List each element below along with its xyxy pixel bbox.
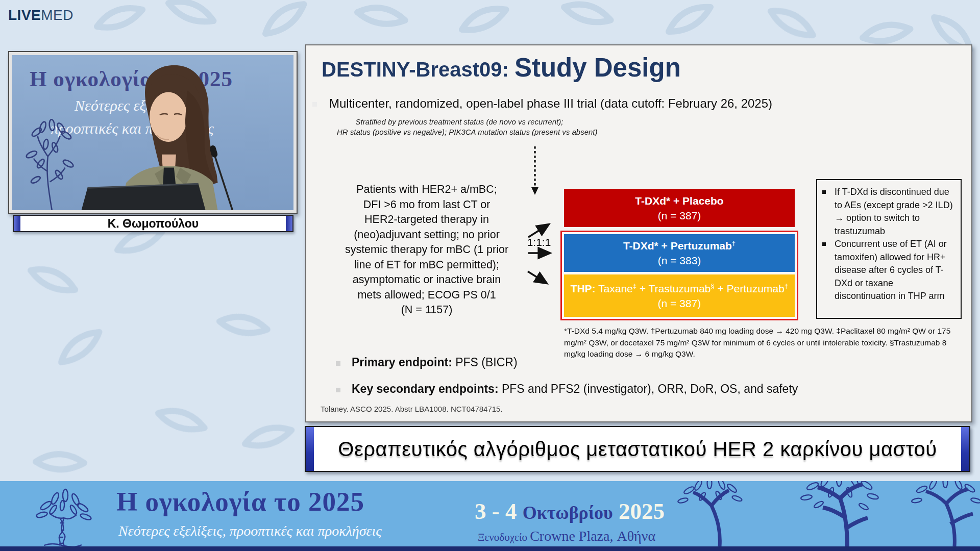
speaker-name: Κ. Θωμοπούλου <box>108 217 199 231</box>
dosing-footnote: *T-DXd 5.4 mg/kg Q3W. †Pertuzumab 840 mg… <box>564 325 956 360</box>
livemed-logo-med: MED <box>41 7 74 23</box>
randomization-ratio: 1:1:1 <box>524 236 554 248</box>
backdrop-tree-logo <box>26 119 75 210</box>
arm-tdxd-placebo-name: T-DXd* + Placebo <box>635 193 723 208</box>
dagger-sup: † <box>732 239 736 247</box>
laptop <box>82 184 206 210</box>
banner-left-cap <box>306 427 314 471</box>
arrow-down-icon <box>528 271 546 283</box>
speaker-video-feed: Η ογκολογία το 2025 Νεότερες εξελίξεις, … <box>12 55 293 210</box>
bullet-primary-endpoint: Primary endpoint: PFS (BICR) <box>336 356 897 369</box>
livemed-logo-live: LIVE <box>8 7 41 23</box>
bullet-square-icon <box>822 190 826 194</box>
arm-thp: THP: Taxane‡ + Trastuzumab§ + Pertuzumab… <box>564 274 795 317</box>
speaker-illustration <box>12 55 293 210</box>
bullet-square-icon <box>822 242 826 246</box>
primary-endpoint-label: Primary endpoint: <box>352 356 452 369</box>
conference-tree-logo <box>27 485 98 547</box>
bullet-secondary-endpoints: Key secondary endpoints: PFS and PFS2 (i… <box>336 382 948 396</box>
conference-footer: Η ογκολογία το 2025 Νεότερες εξελίξεις, … <box>0 481 980 551</box>
stratification-note: Stratified by previous treatment status … <box>337 117 582 137</box>
webinar-page: LIVEMED Η ογκολογία το 2025 Νεότερες εξε… <box>0 0 980 551</box>
arm-tdxd-pertuzumab-name: T-DXd* + Pertuzumab† <box>623 238 736 253</box>
arm-thp-n: (n = 387) <box>658 296 701 311</box>
speaker-name-plate: Κ. Θωμοπούλου <box>13 215 293 232</box>
bullet-square-icon <box>336 361 340 366</box>
bullet-multicenter: Multicenter, randomized, open-label phas… <box>312 96 925 111</box>
protocol-note-2: Concurrent use of ET (AI or tamoxifen) a… <box>822 238 957 303</box>
slide-title: DESTINY-Breast09: Study Design <box>322 53 681 83</box>
presentation-slide: DESTINY-Breast09: Study Design Multicent… <box>305 44 972 422</box>
bullet-square-icon <box>312 102 317 107</box>
session-topic-banner: Θεραπευτικός αλγόριθμος μεταστατικού HER… <box>305 426 970 472</box>
protocol-note-1: If T-DXd is discontinued due to AEs (exc… <box>822 186 957 238</box>
arrow-up-icon <box>528 225 548 237</box>
banner-right-cap <box>961 427 969 471</box>
bullet-multicenter-text: Multicenter, randomized, open-label phas… <box>329 96 772 111</box>
slide-title-main: Study Design <box>514 53 681 82</box>
arm-tdxd-pertuzumab: T-DXd* + Pertuzumab† (n = 383) <box>564 234 795 272</box>
session-topic-text: Θεραπευτικός αλγόριθμος μεταστατικού HER… <box>338 438 937 461</box>
livemed-logo: LIVEMED <box>8 7 74 23</box>
conference-date-days: 3 - 4 <box>475 498 523 524</box>
protocol-notes-box: If T-DXd is discontinued due to AEs (exc… <box>816 179 962 319</box>
secondary-endpoints-value: PFS and PFS2 (investigator), ORR, DoR, O… <box>499 382 798 395</box>
patient-population-text: Patients with HER2+ a/mBC; DFI >6 mo fro… <box>327 182 527 318</box>
arm-tdxd-placebo: T-DXd* + Placebo (n = 387) <box>564 189 795 227</box>
slide-title-prefix: DESTINY-Breast09: <box>322 58 514 81</box>
name-plate-left-cap <box>14 216 20 231</box>
conference-subtitle: Νεότερες εξελίξεις, προοπτικές και προκλ… <box>118 523 382 539</box>
arm-thp-name: THP: Taxane‡ + Trastuzumab§ + Pertuzumab… <box>571 281 788 296</box>
stratification-line1: Stratified by previous treatment status … <box>337 117 582 127</box>
stratification-line2: HR status (positive vs negative); PIK3CA… <box>337 127 582 137</box>
arm-tdxd-placebo-n: (n = 387) <box>658 208 701 223</box>
randomization-arrows <box>523 142 564 290</box>
conference-title: Η ογκολογία το 2025 <box>116 486 364 517</box>
secondary-endpoints-label: Key secondary endpoints: <box>352 382 499 395</box>
conference-date-month: Οκτωβρίου <box>523 503 613 523</box>
footer-bottom-strip <box>0 546 980 551</box>
dotted-arrow-icon <box>531 146 538 195</box>
bullet-square-icon <box>336 388 340 392</box>
primary-endpoint-value: PFS (BICR) <box>452 356 518 369</box>
venue-prefix: Ξενοδοχείο <box>478 531 530 543</box>
decorative-trees <box>628 481 980 546</box>
reference-citation: Tolaney. ASCO 2025. Abstr LBA1008. NCT04… <box>321 405 503 413</box>
arm-tdxd-pertuzumab-n: (n = 383) <box>658 253 701 268</box>
arm-group-highlight: T-DXd* + Pertuzumab† (n = 383) THP: Taxa… <box>560 231 798 320</box>
speaker-video-card: Η ογκολογία το 2025 Νεότερες εξελίξεις, … <box>8 51 298 214</box>
name-plate-right-cap <box>286 216 292 231</box>
